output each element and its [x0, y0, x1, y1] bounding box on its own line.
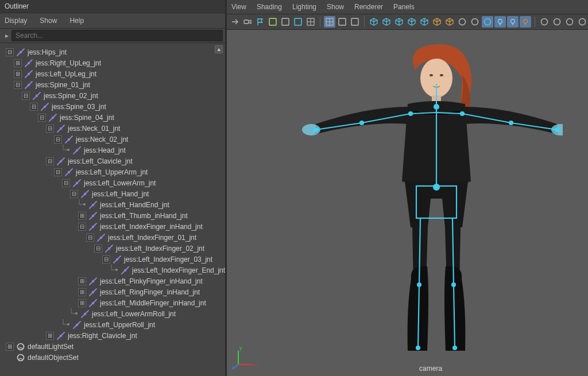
motion-blur-icon[interactable]	[551, 16, 563, 28]
ssao-icon[interactable]	[539, 16, 550, 28]
outliner-search-input[interactable]	[11, 30, 223, 41]
outliner-row[interactable]: ⊟jess:Spine_03_jnt	[1, 101, 225, 112]
light2-icon[interactable]	[507, 16, 519, 28]
bookmark-icon[interactable]	[254, 16, 266, 28]
gate-mask-icon[interactable]	[292, 16, 304, 28]
outliner-item-label: jess:Left_IndexFinger_03_jnt	[124, 255, 212, 263]
collapse-icon[interactable]: ⊟	[30, 103, 38, 111]
outliner-search-row: ▸	[0, 29, 225, 43]
expand-icon[interactable]: ⊞	[14, 59, 22, 67]
expand-icon[interactable]: ⊞	[78, 277, 86, 285]
collapse-icon[interactable]: ⊟	[86, 234, 94, 242]
image-plane-icon[interactable]	[267, 16, 278, 28]
field-chart-icon[interactable]	[305, 16, 316, 28]
expand-icon[interactable]: ⊞	[14, 70, 22, 78]
search-expand-icon[interactable]: ▸	[2, 32, 11, 40]
collapse-icon[interactable]: ⊟	[78, 223, 86, 231]
expand-icon[interactable]: ⊞	[6, 343, 14, 351]
outliner-row[interactable]: ⊞jess:Left_UpLeg_jnt	[1, 68, 225, 79]
outliner-menu-show[interactable]: Show	[40, 17, 57, 25]
use-lights-icon[interactable]	[406, 16, 417, 28]
collapse-icon[interactable]: ⊟	[54, 135, 62, 144]
joint-icon	[113, 255, 122, 264]
collapse-icon[interactable]: ⊟	[70, 190, 78, 198]
outliner-row[interactable]: jess:Head_jnt	[1, 145, 225, 156]
xray-icon[interactable]	[469, 16, 481, 28]
viewport-menu-lighting[interactable]: Lighting	[292, 3, 316, 11]
textured-icon[interactable]	[393, 16, 405, 28]
xray-joints-icon[interactable]	[482, 16, 493, 28]
outliner-row[interactable]: ⊟jess:Left_IndexFinger_inHand_jnt	[1, 221, 225, 232]
outliner-row[interactable]: ⊞defaultLightSet	[1, 341, 225, 352]
collapse-icon[interactable]: ⊟	[46, 125, 54, 133]
outliner-row[interactable]: ⊞jess:Right_Clavicle_jnt	[1, 330, 225, 341]
outliner-row[interactable]: ⊞jess:Right_UpLeg_jnt	[1, 57, 225, 68]
collapse-icon[interactable]: ⊟	[62, 179, 70, 187]
outliner-row[interactable]: ⊟jess:Spine_02_jnt	[1, 90, 225, 101]
smooth-shade-icon[interactable]	[381, 16, 392, 28]
film-gate-icon[interactable]	[280, 16, 291, 28]
outliner-row[interactable]: ⊟jess:Neck_02_jnt	[1, 134, 225, 145]
select-camera-icon[interactable]	[229, 16, 241, 28]
outliner-row[interactable]: ⊞jess:Left_PinkyFinger_inHand_jnt	[1, 276, 225, 286]
outliner-row[interactable]: ⊞jess:Left_Thumb_inHand_jnt	[1, 210, 225, 221]
wireframe-icon[interactable]	[368, 16, 380, 28]
collapse-icon[interactable]: ⊟	[102, 255, 110, 263]
outliner-row[interactable]: ⊟jess:Left_IndexFinger_02_jnt	[1, 243, 225, 254]
expand-icon[interactable]: ⊞	[78, 299, 86, 307]
outliner-row[interactable]: ⊟jess:Left_IndexFinger_03_jnt	[1, 254, 225, 265]
outliner-row[interactable]: ⊟jess:Spine_01_jnt	[1, 79, 225, 90]
collapse-icon[interactable]: ⊟	[54, 168, 62, 176]
viewport-menu-shading[interactable]: Shading	[257, 3, 282, 11]
svg-text:x: x	[254, 362, 257, 367]
outliner-row[interactable]: ⊟jess:Hips_jnt	[1, 46, 225, 57]
outliner-row[interactable]: jess:Left_HandEnd_jnt	[1, 199, 225, 210]
isolate-icon[interactable]	[457, 16, 468, 28]
outliner-row[interactable]: ⊟jess:Left_LowerArm_jnt	[1, 177, 225, 188]
collapse-icon[interactable]: ⊟	[22, 92, 30, 100]
expand-icon[interactable]: ⊞	[46, 332, 54, 340]
collapse-icon[interactable]: ⊟	[38, 114, 46, 122]
outliner-item-label: jess:Left_IndexFinger_inHand_jnt	[100, 223, 203, 231]
outliner-menu-display[interactable]: Display	[5, 17, 27, 25]
scroll-up-button[interactable]: ▲	[215, 45, 223, 53]
light1-icon[interactable]	[494, 16, 506, 28]
outliner-tree[interactable]: ⊟jess:Hips_jnt⊞jess:Right_UpLeg_jnt⊞jess…	[0, 43, 225, 366]
viewport-3d[interactable]: y x z camera	[227, 30, 588, 376]
outliner-row[interactable]: ⊟jess:Spine_04_jnt	[1, 112, 225, 123]
shadows-icon[interactable]	[419, 16, 430, 28]
outliner-item-label: jess:Left_Thumb_inHand_jnt	[100, 212, 188, 220]
viewport-menu-show[interactable]: Show	[327, 3, 344, 11]
resolution-gate-icon[interactable]	[336, 16, 348, 28]
dof-icon[interactable]	[577, 16, 588, 28]
grid-icon[interactable]	[324, 16, 335, 28]
box2-icon[interactable]	[444, 16, 455, 28]
collapse-icon[interactable]: ⊟	[46, 157, 54, 165]
collapse-icon[interactable]: ⊟	[94, 245, 102, 253]
outliner-row[interactable]: jess:Left_LowerArmRoll_jnt	[1, 308, 225, 319]
outliner-row[interactable]: ⊟jess:Left_UpperArm_jnt	[1, 166, 225, 177]
box1-icon[interactable]	[431, 16, 443, 28]
light3-icon[interactable]	[520, 16, 531, 28]
outliner-row[interactable]: defaultObjectSet	[1, 352, 225, 363]
viewport-menu-view[interactable]: View	[231, 3, 246, 11]
aa-icon[interactable]	[564, 16, 575, 28]
outliner-menu-help[interactable]: Help	[69, 17, 84, 25]
outliner-row[interactable]: ⊟jess:Left_Hand_jnt	[1, 188, 225, 199]
collapse-icon[interactable]: ⊟	[6, 48, 14, 56]
outliner-row[interactable]: ⊟jess:Left_IndexFinger_01_jnt	[1, 232, 225, 243]
expand-icon[interactable]: ⊞	[78, 288, 86, 296]
outliner-row[interactable]: jess:Left_UpperRoll_jnt	[1, 319, 225, 330]
axis-gizmo[interactable]: y x z	[231, 343, 260, 371]
viewport-menu-panels[interactable]: Panels	[393, 3, 415, 11]
outliner-row[interactable]: ⊟jess:Neck_01_jnt	[1, 123, 225, 134]
expand-icon[interactable]: ⊞	[78, 212, 86, 220]
safe-action-icon[interactable]	[349, 16, 361, 28]
outliner-row[interactable]: ⊞jess:Left_MiddleFinger_inHand_jnt	[1, 297, 225, 308]
camera-icon[interactable]	[242, 16, 253, 28]
collapse-icon[interactable]: ⊟	[14, 81, 22, 89]
viewport-menu-renderer[interactable]: Renderer	[354, 3, 383, 11]
outliner-row[interactable]: jess:Left_IndexFinger_End_jnt	[1, 265, 225, 276]
outliner-row[interactable]: ⊟jess:Left_Clavicle_jnt	[1, 156, 225, 166]
outliner-row[interactable]: ⊞jess:Left_RingFinger_inHand_jnt	[1, 286, 225, 297]
